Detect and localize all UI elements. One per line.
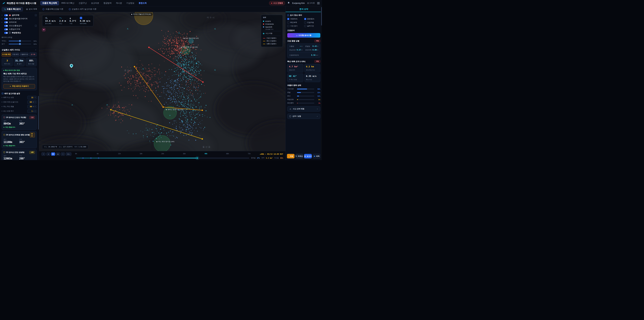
setting-input[interactable]: 60 분 ▲▼ xyxy=(27,100,37,104)
nav-item-hns[interactable]: HNS·대기확산 xyxy=(59,1,76,5)
apply-recommendation-button[interactable]: ✦ 추천 배치안 적용하기 xyxy=(3,84,35,89)
brightness-slider[interactable] xyxy=(9,44,31,44)
marine-life-layer-button[interactable] xyxy=(42,28,46,31)
user-name[interactable]: Eunjeong Kim xyxy=(292,2,305,4)
layer-toggle[interactable] xyxy=(4,32,8,34)
sidebar-scrollbar[interactable] xyxy=(38,12,39,160)
stepper-icons[interactable]: ▲▼ xyxy=(35,110,36,112)
layer-settings-icon[interactable] xyxy=(35,25,37,27)
accident-pin[interactable] xyxy=(70,64,73,68)
nav-item-integrated-search[interactable]: 통합조회 xyxy=(137,1,149,5)
layer-item-tanker-ban[interactable]: 유조선통항금지 xyxy=(2,24,37,28)
tab-spill-analysis[interactable]: 유출유 확산분석 xyxy=(2,7,23,12)
nav-item-weather[interactable]: 기상정보 xyxy=(124,1,136,5)
incident-status-badge[interactable]: 사고 진행중 xyxy=(269,1,285,5)
report-button[interactable]: ▤보고서 xyxy=(304,154,312,158)
slider-knob[interactable] xyxy=(19,40,21,42)
mode-simulation-button[interactable]: 시뮬레이션 xyxy=(20,52,28,57)
layer-item-sox-zone[interactable]: ▸ 황산화물배출규제지역 xyxy=(2,17,37,21)
menu-icon[interactable] xyxy=(317,2,320,4)
skip-end-button[interactable]: » xyxy=(61,152,65,156)
tab-boom-algorithm-theory[interactable]: i 오일펜스 배치 알고리즘 이론 xyxy=(66,7,99,12)
checkbox-icon[interactable]: ✓ xyxy=(287,18,289,20)
option-nearby-resources[interactable]: ✓ 인접자원 xyxy=(304,21,320,24)
checkbox-icon[interactable]: ✓ xyxy=(304,18,306,20)
mode-manual-button[interactable]: 수동 배치 xyxy=(12,52,19,57)
stepper-icons[interactable]: ▲▼ xyxy=(35,101,36,103)
timeline-thumb[interactable] xyxy=(196,157,198,159)
poi-label-yeojaman[interactable]: 여자만 갯벌보호구역 (6h) xyxy=(130,13,153,16)
option-shoreline-attach[interactable]: ✓ 해안부착 xyxy=(287,21,304,24)
skip-start-button[interactable]: « xyxy=(42,152,46,156)
tab-analysis-list[interactable]: 분석 목록 xyxy=(24,7,39,12)
defense-line-3-card[interactable]: 3차 방어선 (연안 경량형) 보통 길이12065m 각도288° 차단 효율… xyxy=(2,150,37,160)
polygon-analysis-button[interactable]: ▱ 다각형 분석수행 xyxy=(287,33,320,38)
timeline-track[interactable] xyxy=(76,158,249,158)
option-current-vector[interactable]: ✓ 유향/유속 xyxy=(287,18,304,20)
checkbox-icon[interactable]: ✓ xyxy=(304,22,306,24)
map-canvas[interactable]: 여자만 갯벌보호구역 (6h) 송포 해수욕장 (1h) 보돌 전복 양식장 (… xyxy=(39,12,286,160)
tab-model-theory[interactable]: i 유출유확산모델 이론 xyxy=(40,7,66,12)
layer-item-nll[interactable]: 북방한계선 xyxy=(2,31,37,35)
layer-options-icon[interactable] xyxy=(35,14,37,16)
layer-toggle[interactable] xyxy=(4,25,8,27)
chevron-down-icon[interactable]: ▾ xyxy=(36,49,37,51)
scrollbar-thumb[interactable] xyxy=(38,96,39,130)
checkbox-icon[interactable]: ✓ xyxy=(304,25,306,27)
option-weather-time[interactable]: ✓ 날씨시간 xyxy=(304,25,320,27)
notification-bell-icon[interactable] xyxy=(288,2,290,5)
layer-item-dispersant[interactable]: ▸ 유처리제 xyxy=(2,21,37,24)
ship-spec-section[interactable]: 사고 선박 제원 ▾ xyxy=(287,106,320,112)
poi-label-songpo-beach[interactable]: 송포 해수욕장 (1h) xyxy=(184,37,198,40)
chevron-down-icon[interactable]: ▾ xyxy=(317,116,318,117)
timeline-ruler[interactable]: 0h 6h 12h 18h 24h 36h 48h 60h 72h xyxy=(76,152,249,156)
save-button[interactable]: ↓저장 xyxy=(287,154,294,158)
layer-item-restricted-zone[interactable]: ▾ 금지구역 xyxy=(2,14,37,17)
fence-deploy-marker[interactable] xyxy=(98,157,99,159)
chevron-down-icon[interactable]: ▾ xyxy=(2,15,3,16)
layer-item-drone-ban[interactable]: 드론금지구역 xyxy=(2,28,37,31)
chevron-right-icon[interactable]: ▸ xyxy=(2,18,3,20)
speed-select[interactable]: 1x▾ xyxy=(66,152,72,156)
logout-button[interactable]: 로그아웃 xyxy=(307,2,315,4)
opacity-slider[interactable] xyxy=(9,41,31,41)
setting-input[interactable]: 80 % ▲▼ xyxy=(27,105,37,108)
mode-reset-button[interactable]: 초기화 xyxy=(29,52,37,57)
option-time-display[interactable]: ✓ 시간 표시 xyxy=(287,25,304,27)
owner-insurance-section[interactable]: 선주 / 보험 ▾ xyxy=(287,114,320,119)
tab-analysis-summary[interactable]: 분석 요약 xyxy=(286,6,322,12)
pause-button[interactable] xyxy=(51,152,55,156)
nav-item-oil-spill[interactable]: 유출유 확산예측 xyxy=(40,1,59,5)
nav-item-aerial[interactable]: 항공탐색 xyxy=(102,1,114,5)
stepper-icons[interactable]: ▲▼ xyxy=(35,97,36,98)
slider-knob[interactable] xyxy=(19,43,21,45)
page-scrollbar[interactable] xyxy=(321,6,322,160)
checkbox-icon[interactable]: ✓ xyxy=(287,25,289,27)
defense-line-1-card[interactable]: 1차 방어선 (고강도 차단형) 긴급 길이8043m 각도303° 차단 효율… xyxy=(2,115,37,130)
checkbox-icon[interactable]: ✓ xyxy=(287,22,289,24)
scrollbar-thumb[interactable] xyxy=(321,7,322,26)
mode-ai-recommend-button[interactable]: AI 자동 추천 xyxy=(2,52,11,57)
fast-forward-button[interactable]: ▸▸ xyxy=(56,152,60,156)
poi-label-bodol-farm[interactable]: 보돌 전복 양식장 (3h) xyxy=(181,46,198,48)
chevron-right-icon[interactable]: ▸ xyxy=(2,22,3,23)
nav-item-board[interactable]: 게시판 xyxy=(114,1,124,5)
fence-deploy-marker[interactable] xyxy=(82,157,84,159)
poi-label-hwataedo-farm[interactable]: 화태도 김양식장 (10h) xyxy=(166,109,183,111)
layer-toggle[interactable] xyxy=(4,28,8,30)
option-wind-vector[interactable]: ✓ 풍향/풍속 xyxy=(304,18,320,20)
layer-toggle[interactable] xyxy=(4,18,8,20)
recalculate-button[interactable]: ↻재계산 xyxy=(296,154,303,158)
setting-input[interactable]: 15 ▲▼ xyxy=(27,96,37,99)
fence-deploy-marker[interactable] xyxy=(90,157,92,159)
predict-button[interactable]: ▣예측 xyxy=(313,154,320,158)
defense-line-2-card[interactable]: 2차 방어선 (외해용 중형 포위형) 중요 길이11180m 각도303° 차… xyxy=(2,131,37,148)
layer-toggle[interactable] xyxy=(4,21,8,23)
nav-item-reports[interactable]: 보고자료 xyxy=(89,1,101,5)
poi-label-gaedo-farm[interactable]: 개도 해안 양식장 (18h) xyxy=(156,141,174,143)
stepper-icons[interactable]: ▲▼ xyxy=(35,106,36,107)
nav-item-rescue[interactable]: 긴급구난 xyxy=(77,1,89,5)
setting-input[interactable]: 1 x ▲▼ xyxy=(27,109,37,113)
boom-guide-header[interactable]: 오일펜스 배치 가이드 ▾ xyxy=(2,47,37,52)
layer-toggle[interactable] xyxy=(4,14,8,16)
